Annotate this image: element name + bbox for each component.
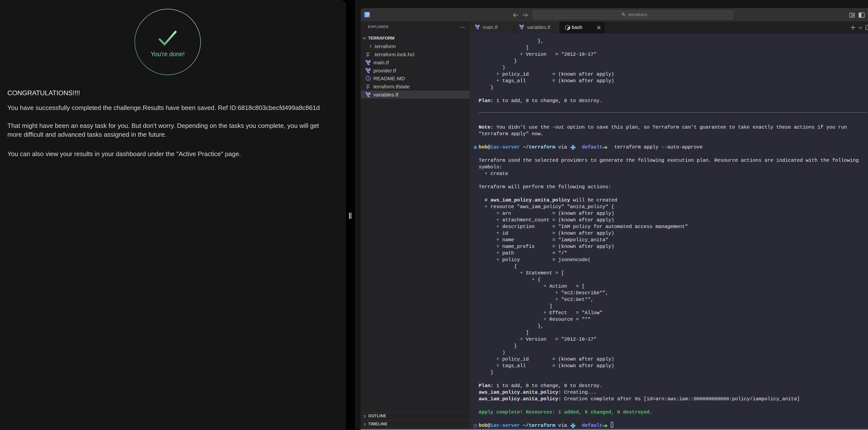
svg-text:$: $ [568, 28, 569, 30]
